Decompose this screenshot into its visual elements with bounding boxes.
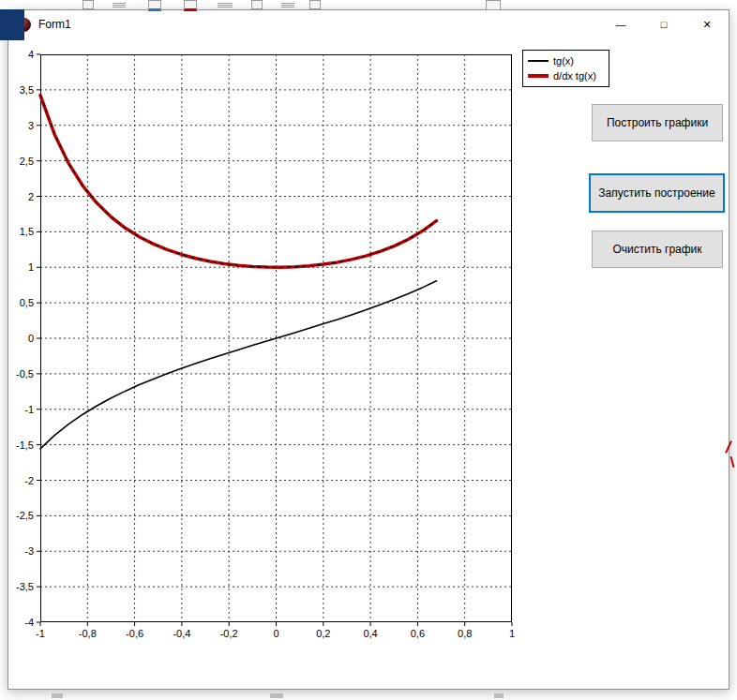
legend-item-tg: tg(x) (528, 53, 604, 68)
svg-text:-0,8: -0,8 (79, 628, 97, 639)
background-bottom-fragment (270, 693, 283, 698)
svg-text:2,5: 2,5 (20, 156, 34, 167)
close-button[interactable]: ✕ (685, 10, 729, 38)
svg-text:4: 4 (28, 49, 34, 60)
legend-label: tg(x) (553, 55, 574, 67)
svg-text:-1: -1 (36, 628, 45, 639)
svg-text:-1: -1 (24, 404, 34, 415)
chart-legend: tg(x) d/dx tg(x) (522, 50, 609, 87)
clear-graph-button[interactable]: Очистить график (592, 231, 723, 268)
background-toolbar-fragment (486, 0, 501, 10)
title-bar[interactable]: Form1 — □ ✕ (8, 10, 729, 38)
plot-graphs-button[interactable]: Построить графики (592, 104, 723, 141)
minimize-button[interactable]: — (599, 10, 642, 38)
chart-svg: -1-0,8-0,6-0,4-0,200,20,40,60,81-4-3,5-3… (40, 54, 512, 622)
client-area: -1-0,8-0,6-0,4-0,200,20,40,60,81-4-3,5-3… (8, 38, 729, 689)
svg-text:1: 1 (509, 628, 515, 639)
start-plotting-button[interactable]: Запустить построение (589, 173, 725, 213)
maximize-button[interactable]: □ (642, 10, 685, 38)
svg-text:0: 0 (28, 333, 34, 344)
window-title: Form1 (38, 18, 71, 31)
legend-line-sample-ddx (528, 74, 549, 78)
background-toolbar-fragment (148, 0, 161, 11)
svg-text:-3: -3 (24, 545, 34, 557)
svg-text:-1,5: -1,5 (16, 439, 34, 451)
background-app-block (0, 9, 24, 40)
svg-text:-0,6: -0,6 (126, 628, 143, 639)
form-window: Form1 — □ ✕ -1-0,8-0,6-0,4-0,200,20,40,6… (8, 9, 729, 690)
svg-text:1,5: 1,5 (20, 226, 34, 237)
svg-text:0: 0 (273, 628, 278, 639)
svg-text:0,4: 0,4 (363, 628, 377, 639)
svg-text:1: 1 (28, 261, 34, 273)
background-toolbar-fragment (113, 2, 126, 7)
background-toolbar-fragment (184, 0, 197, 11)
background-toolbar-fragment (251, 0, 263, 9)
svg-text:2: 2 (28, 191, 34, 202)
background-bottom-fragment (52, 693, 63, 698)
background-toolbar-fragment (83, 0, 94, 9)
svg-text:3: 3 (28, 120, 34, 131)
svg-text:0,8: 0,8 (458, 628, 472, 639)
chart-area: -1-0,8-0,6-0,4-0,200,20,40,60,81-4-3,5-3… (40, 54, 512, 622)
svg-text:-4: -4 (24, 617, 34, 628)
svg-text:0,6: 0,6 (411, 628, 425, 639)
svg-text:-0,2: -0,2 (220, 628, 238, 639)
svg-text:-0,5: -0,5 (16, 368, 34, 380)
legend-label: d/dx tg(x) (553, 70, 596, 82)
svg-text:0,2: 0,2 (316, 628, 330, 639)
svg-text:-3,5: -3,5 (16, 581, 34, 592)
svg-text:-2,5: -2,5 (16, 510, 34, 521)
svg-text:3,5: 3,5 (20, 84, 34, 96)
background-toolbar-fragment (309, 0, 321, 9)
background-toolbar-fragment (218, 2, 233, 7)
background-toolbar-fragment (281, 2, 294, 7)
caption-buttons: — □ ✕ (599, 10, 729, 38)
legend-line-sample-tg (528, 60, 549, 62)
svg-text:-2: -2 (24, 475, 34, 486)
background-red-mark (729, 456, 734, 468)
background-bottom-fragment (494, 693, 504, 698)
svg-text:-0,4: -0,4 (173, 628, 190, 639)
svg-text:0,5: 0,5 (20, 297, 34, 308)
legend-item-ddx: d/dx tg(x) (528, 68, 604, 83)
